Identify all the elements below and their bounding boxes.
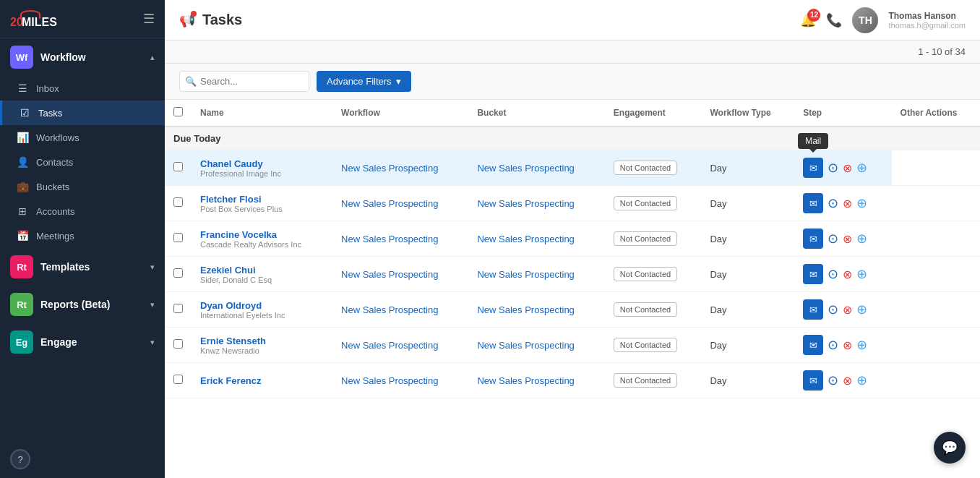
avatar[interactable]: TH	[852, 7, 878, 33]
workflow-link[interactable]: New Sales Prospecting	[341, 269, 438, 280]
workflow-link[interactable]: New Sales Prospecting	[341, 198, 438, 209]
contact-company: Knwz Newsradio	[200, 346, 324, 355]
clock-action-icon[interactable]: ⊕	[856, 266, 867, 282]
play-action-icon[interactable]: ⊙	[828, 160, 838, 176]
select-all-checkbox[interactable]	[173, 107, 183, 116]
clock-action-icon[interactable]: ⊕	[856, 337, 867, 353]
sidebar-section-workflow[interactable]: Wf Workflow ▴	[0, 38, 165, 76]
skip-action-icon[interactable]: ⊗	[843, 197, 852, 210]
skip-action-icon[interactable]: ⊗	[843, 303, 852, 317]
topbar-phone-icon[interactable]: 📞	[826, 12, 842, 28]
row-checkbox[interactable]	[173, 339, 183, 349]
contact-name[interactable]: Chanel Caudy	[200, 158, 324, 169]
mail-action-button[interactable]: ✉	[803, 229, 823, 249]
clock-action-icon[interactable]: ⊕	[856, 160, 867, 176]
bucket-link[interactable]: New Sales Prospecting	[477, 163, 574, 174]
sidebar-item-meetings[interactable]: 📅 Meetings	[0, 223, 165, 248]
sidebar-item-tasks[interactable]: ☑ Tasks	[0, 101, 165, 125]
sidebar-section-engage[interactable]: Eg Engage ▾	[0, 323, 165, 361]
contact-name[interactable]: Fletcher Flosi	[200, 194, 324, 205]
table-row: Ezekiel Chui Sider, Donald C Esq New Sal…	[165, 257, 980, 292]
hamburger-icon[interactable]: ☰	[143, 11, 155, 27]
workflow-link[interactable]: New Sales Prospecting	[341, 163, 438, 174]
workflow-chevron-up-icon: ▴	[150, 53, 155, 62]
filter-bar: 🔍 Advance Filters ▾	[165, 64, 980, 100]
bucket-link[interactable]: New Sales Prospecting	[477, 375, 574, 386]
search-input[interactable]	[179, 71, 309, 92]
reports-section-icon: Rt	[10, 293, 33, 316]
contact-company: Professional Image Inc	[200, 169, 324, 178]
mail-action-button[interactable]: ✉	[803, 264, 823, 284]
sidebar-item-contacts[interactable]: 👤 Contacts	[0, 150, 165, 174]
contact-name[interactable]: Francine Vocelka	[200, 229, 324, 240]
table-header: Name Workflow Bucket Engagement Workflow…	[165, 100, 980, 127]
sidebar-item-accounts[interactable]: ⊞ Accounts	[0, 199, 165, 223]
sidebar-section-reports[interactable]: Rt Reports (Beta) ▾	[0, 286, 165, 323]
sidebar-section-templates[interactable]: Rt Templates ▾	[0, 248, 165, 286]
clock-action-icon[interactable]: ⊕	[856, 231, 867, 247]
sidebar-help: ?	[0, 440, 165, 478]
col-other-actions: Other Actions	[892, 100, 980, 127]
bucket-link[interactable]: New Sales Prospecting	[477, 304, 574, 315]
row-checkbox[interactable]	[173, 375, 183, 384]
logo[interactable]: 20 MILES ☰	[0, 0, 165, 38]
col-workflow: Workflow	[332, 100, 468, 127]
play-action-icon[interactable]: ⊙	[828, 302, 838, 317]
bucket-link[interactable]: New Sales Prospecting	[477, 340, 574, 351]
sidebar-item-workflows[interactable]: 📊 Workflows	[0, 125, 165, 150]
advance-filters-label: Advance Filters	[327, 76, 392, 87]
workflow-link[interactable]: New Sales Prospecting	[341, 304, 438, 315]
buckets-icon: 💼	[16, 181, 29, 192]
action-icons: ✉ ⊙ ⊗ ⊕	[803, 299, 882, 320]
workflow-link[interactable]: New Sales Prospecting	[341, 375, 438, 386]
row-checkbox[interactable]	[173, 162, 183, 171]
mail-action-button[interactable]: Mail ✉	[803, 158, 823, 178]
contact-name[interactable]: Ernie Stenseth	[200, 336, 324, 346]
topbar-megaphone-icon[interactable]: 📢	[179, 12, 195, 28]
row-checkbox[interactable]	[173, 304, 183, 313]
play-action-icon[interactable]: ⊙	[828, 337, 838, 353]
sidebar-item-contacts-label: Contacts	[36, 157, 73, 168]
skip-action-icon[interactable]: ⊗	[843, 338, 852, 352]
chat-button[interactable]: 💬	[934, 432, 966, 464]
mail-action-button[interactable]: ✉	[803, 370, 823, 390]
action-icons: ✉ ⊙ ⊗ ⊕	[803, 370, 882, 390]
table-body: Due Today Chanel Caudy Professional Imag…	[165, 127, 980, 398]
mail-action-button[interactable]: ✉	[803, 193, 823, 213]
skip-action-icon[interactable]: ⊗	[843, 232, 852, 246]
skip-action-icon[interactable]: ⊗	[843, 161, 852, 175]
clock-action-icon[interactable]: ⊕	[856, 372, 867, 388]
play-action-icon[interactable]: ⊙	[828, 266, 838, 282]
bucket-link[interactable]: New Sales Prospecting	[477, 269, 574, 280]
play-action-icon[interactable]: ⊙	[828, 231, 838, 247]
sidebar: 20 MILES ☰ Wf Workflow ▴ ☰ Inbox ☑ Tasks…	[0, 0, 165, 478]
col-workflow-type: Workflow Type	[701, 100, 794, 127]
accounts-icon: ⊞	[16, 205, 29, 217]
sidebar-item-inbox[interactable]: ☰ Inbox	[0, 76, 165, 101]
workflow-link[interactable]: New Sales Prospecting	[341, 234, 438, 244]
skip-action-icon[interactable]: ⊗	[843, 374, 852, 388]
mail-action-button[interactable]: ✉	[803, 335, 823, 355]
step-text: Day	[710, 340, 726, 351]
skip-action-icon[interactable]: ⊗	[843, 268, 852, 281]
row-checkbox[interactable]	[173, 197, 183, 207]
bucket-link[interactable]: New Sales Prospecting	[477, 198, 574, 209]
topbar-bell-icon[interactable]: 🔔 12	[800, 12, 816, 28]
clock-action-icon[interactable]: ⊕	[856, 195, 867, 211]
contacts-icon: 👤	[16, 156, 29, 168]
play-action-icon[interactable]: ⊙	[828, 195, 838, 211]
row-checkbox[interactable]	[173, 233, 183, 242]
contact-name[interactable]: Erick Ferencz	[200, 375, 324, 386]
contact-name[interactable]: Dyan Oldroyd	[200, 300, 324, 311]
clock-action-icon[interactable]: ⊕	[856, 302, 867, 317]
bucket-link[interactable]: New Sales Prospecting	[477, 234, 574, 244]
workflow-link[interactable]: New Sales Prospecting	[341, 340, 438, 351]
advance-filters-button[interactable]: Advance Filters ▾	[317, 71, 411, 92]
help-button[interactable]: ?	[10, 449, 30, 469]
table-row: Fletcher Flosi Post Box Services Plus Ne…	[165, 186, 980, 221]
mail-action-button[interactable]: ✉	[803, 299, 823, 320]
play-action-icon[interactable]: ⊙	[828, 372, 838, 388]
sidebar-item-buckets[interactable]: 💼 Buckets	[0, 174, 165, 199]
contact-name[interactable]: Ezekiel Chui	[200, 265, 324, 276]
row-checkbox[interactable]	[173, 268, 183, 278]
